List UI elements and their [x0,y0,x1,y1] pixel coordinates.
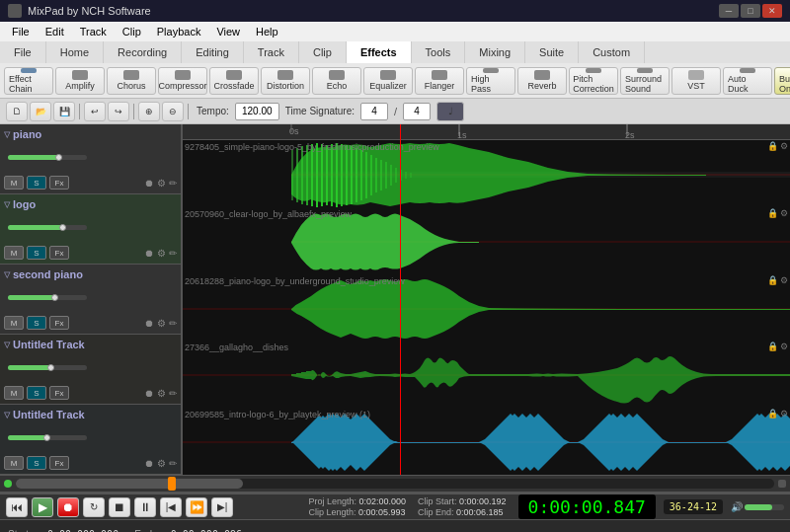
track-fx-piano[interactable]: Fx [49,176,69,190]
tab-clip[interactable]: Clip [299,41,347,63]
clip-lock-second-piano[interactable]: 🔒 [767,275,778,285]
menu-help[interactable]: Help [248,24,286,39]
track-vol-untitled-2[interactable] [8,435,87,440]
menu-clip[interactable]: Clip [115,24,149,39]
tab-effects[interactable]: Effects [347,41,412,63]
surround-sound-btn[interactable]: Surround Sound [620,67,670,95]
more-piano[interactable]: ✏ [169,178,177,189]
tab-editing[interactable]: Editing [182,41,244,63]
chorus-btn[interactable]: Chorus [107,67,156,95]
track-fx-second-piano[interactable]: Fx [49,316,69,330]
clip-lock-logo[interactable]: 🔒 [767,208,778,218]
tab-home[interactable]: Home [46,41,104,63]
clip-lock-piano[interactable]: 🔒 [767,141,778,151]
tab-file[interactable]: File [0,41,46,63]
clip-lock-untitled-2[interactable]: 🔒 [767,409,778,418]
record-arm-untitled-2[interactable]: ⏺ [144,458,154,469]
undo-btn[interactable]: ↩ [84,102,106,121]
tab-track[interactable]: Track [244,41,299,63]
rewind-btn[interactable]: ⏮ [6,497,28,517]
tab-suite[interactable]: Suite [525,41,579,63]
equalizer-btn[interactable]: Equalizer [363,67,413,95]
settings-untitled-1[interactable]: ⚙ [157,388,166,399]
track-solo-logo[interactable]: S [27,246,46,260]
clip-menu-untitled-2[interactable]: ⚙ [780,409,788,418]
settings-second-piano[interactable]: ⚙ [157,318,166,329]
track-vol-second-piano[interactable] [8,295,87,300]
zoom-out-btn[interactable]: ⊖ [162,102,184,121]
echo-btn[interactable]: Echo [312,67,361,95]
compressor-btn[interactable]: Compressor [158,67,207,95]
track-vol-logo[interactable] [8,225,87,230]
clip-lock-untitled-1[interactable]: 🔒 [767,342,778,351]
pause-btn[interactable]: ⏸ [134,497,156,517]
track-solo-untitled-1[interactable]: S [27,386,46,400]
record-arm-piano[interactable]: ⏺ [144,178,154,189]
scrollbar-thumb[interactable] [16,479,243,489]
more-second-piano[interactable]: ✏ [169,318,177,329]
clip-menu-piano[interactable]: ⚙ [780,141,788,151]
metronome-btn[interactable]: ♩ [436,102,464,121]
record-btn[interactable]: ⏺ [57,497,79,517]
menu-view[interactable]: View [208,24,248,39]
skip-end-btn[interactable]: ▶| [211,497,233,517]
play-btn[interactable]: ▶ [32,497,53,517]
track-mute-untitled-2[interactable]: M [4,456,24,470]
settings-logo[interactable]: ⚙ [157,248,166,259]
auto-duck-btn[interactable]: Auto Duck [723,67,772,95]
effect-chain-btn[interactable]: Effect Chain [4,67,53,95]
redo-btn[interactable]: ↪ [108,102,129,121]
clip-menu-second-piano[interactable]: ⚙ [780,275,788,285]
stop-btn[interactable]: ⏹ [109,497,130,517]
vst-btn[interactable]: VST [672,67,721,95]
clip-menu-logo[interactable]: ⚙ [780,208,788,218]
sig-numerator[interactable] [360,103,388,120]
track-vol-piano[interactable] [8,155,87,160]
menu-edit[interactable]: Edit [38,24,72,39]
more-logo[interactable]: ✏ [169,248,177,259]
record-arm-untitled-1[interactable]: ⏺ [144,388,154,399]
window-controls[interactable]: ─ □ ✕ [719,4,782,18]
track-solo-untitled-2[interactable]: S [27,456,46,470]
flanger-btn[interactable]: Flanger [415,67,464,95]
distortion-btn[interactable]: Distortion [261,67,310,95]
clip-menu-untitled-1[interactable]: ⚙ [780,342,788,351]
record-arm-logo[interactable]: ⏺ [144,248,154,259]
close-button[interactable]: ✕ [762,4,782,18]
settings-untitled-2[interactable]: ⚙ [157,458,166,469]
tab-tools[interactable]: Tools [412,41,466,63]
crossfade-btn[interactable]: Crossfade [209,67,259,95]
minimize-button[interactable]: ─ [719,4,739,18]
pitch-correction-btn[interactable]: Pitch Correction [569,67,618,95]
more-untitled-2[interactable]: ✏ [169,458,177,469]
track-solo-piano[interactable]: S [27,176,46,190]
menu-playback[interactable]: Playback [149,24,209,39]
open-btn[interactable]: 📂 [30,102,51,121]
track-vol-untitled-1[interactable] [8,365,87,370]
menu-track[interactable]: Track [72,24,115,39]
scroll-right-btn[interactable] [778,480,786,488]
record-arm-second-piano[interactable]: ⏺ [144,318,154,329]
tab-recording[interactable]: Recording [104,41,182,63]
fast-forward-btn[interactable]: ⏩ [186,497,207,517]
amplify-btn[interactable]: Amplify [55,67,105,95]
master-volume[interactable] [745,504,784,510]
new-btn[interactable]: 🗋 [6,102,28,121]
track-mute-piano[interactable]: M [4,176,24,190]
tab-custom[interactable]: Custom [579,41,645,63]
timeline-scrollbar[interactable] [16,479,774,489]
track-fx-untitled-2[interactable]: Fx [49,456,69,470]
save-btn[interactable]: 💾 [53,102,75,121]
reverb-btn[interactable]: Reverb [517,67,567,95]
maximize-button[interactable]: □ [741,4,760,18]
sig-denominator[interactable] [403,103,431,120]
zoom-in-btn[interactable]: ⊕ [138,102,160,121]
track-mute-untitled-1[interactable]: M [4,386,24,400]
tempo-input[interactable] [235,103,279,120]
track-mute-second-piano[interactable]: M [4,316,24,330]
more-untitled-1[interactable]: ✏ [169,388,177,399]
highpass-btn[interactable]: High Pass [466,67,515,95]
skip-back-btn[interactable]: |◀ [160,497,182,517]
track-fx-logo[interactable]: Fx [49,246,69,260]
buy-online-btn[interactable]: Buy Online [774,67,790,95]
